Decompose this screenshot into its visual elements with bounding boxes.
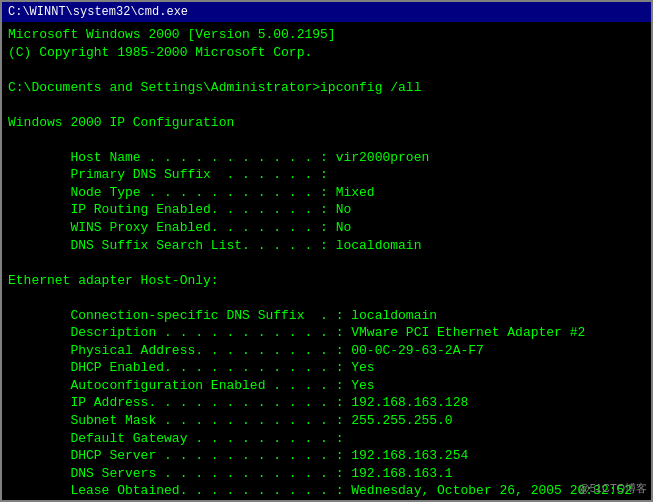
terminal-line: Connection-specific DNS Suffix . : local…: [8, 307, 645, 325]
terminal-line: [8, 61, 645, 79]
terminal-line: Windows 2000 IP Configuration: [8, 114, 645, 132]
terminal-line: Default Gateway . . . . . . . . . :: [8, 430, 645, 448]
terminal-line: Subnet Mask . . . . . . . . . . . : 255.…: [8, 412, 645, 430]
terminal-line: Description . . . . . . . . . . . : VMwa…: [8, 324, 645, 342]
terminal-line: Primary DNS Suffix . . . . . . :: [8, 166, 645, 184]
terminal-line: [8, 131, 645, 149]
terminal-line: DNS Suffix Search List. . . . . : locald…: [8, 237, 645, 255]
terminal-line: Microsoft Windows 2000 [Version 5.00.219…: [8, 26, 645, 44]
terminal-line: DNS Servers . . . . . . . . . . . : 192.…: [8, 465, 645, 483]
terminal-line: DHCP Server . . . . . . . . . . . : 192.…: [8, 447, 645, 465]
terminal-line: IP Routing Enabled. . . . . . . : No: [8, 201, 645, 219]
terminal-line: Lease Obtained. . . . . . . . . . : Wedn…: [8, 482, 645, 500]
terminal-line: [8, 289, 645, 307]
terminal-line: Node Type . . . . . . . . . . . : Mixed: [8, 184, 645, 202]
terminal-line: [8, 96, 645, 114]
terminal-line: Host Name . . . . . . . . . . . : vir200…: [8, 149, 645, 167]
terminal-line: Autoconfiguration Enabled . . . . : Yes: [8, 377, 645, 395]
terminal-line: WINS Proxy Enabled. . . . . . . : No: [8, 219, 645, 237]
title-bar: C:\WINNT\system32\cmd.exe: [2, 2, 651, 22]
cmd-window: C:\WINNT\system32\cmd.exe Microsoft Wind…: [0, 0, 653, 502]
terminal-line: [8, 254, 645, 272]
terminal-line: Ethernet adapter Host-Only:: [8, 272, 645, 290]
terminal-line: DHCP Enabled. . . . . . . . . . . : Yes: [8, 359, 645, 377]
terminal-line: (C) Copyright 1985-2000 Microsoft Corp.: [8, 44, 645, 62]
watermark: @51CTO博客: [579, 481, 647, 496]
title-bar-text: C:\WINNT\system32\cmd.exe: [8, 5, 645, 19]
terminal-line: Physical Address. . . . . . . . . : 00-0…: [8, 342, 645, 360]
terminal-line: C:\Documents and Settings\Administrator>…: [8, 79, 645, 97]
terminal-line: IP Address. . . . . . . . . . . . : 192.…: [8, 394, 645, 412]
terminal-body[interactable]: Microsoft Windows 2000 [Version 5.00.219…: [2, 22, 651, 500]
